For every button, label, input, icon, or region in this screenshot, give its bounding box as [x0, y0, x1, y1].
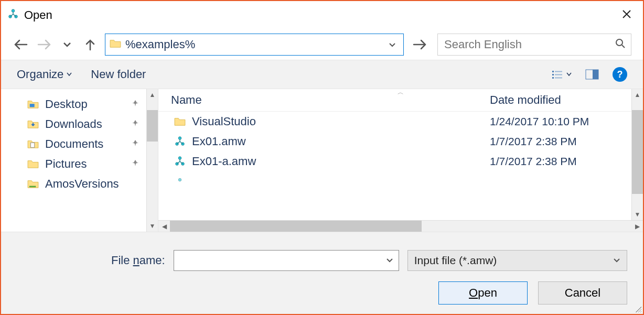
- file-name: Ex01.amw: [192, 135, 490, 148]
- sidebar-item-pictures[interactable]: Pictures: [27, 154, 146, 174]
- scroll-right-icon[interactable]: ▶: [631, 223, 643, 230]
- sidebar-item-amosversions[interactable]: AmosVersions: [27, 174, 146, 194]
- folder-icon: [110, 39, 121, 50]
- view-button[interactable]: [552, 70, 572, 79]
- scroll-up-icon[interactable]: ▲: [147, 89, 158, 101]
- file-name: VisualStudio: [192, 115, 490, 128]
- navbar: %examples%: [1, 29, 643, 60]
- file-name-label: File name:: [111, 254, 165, 267]
- dialog-title: Open: [24, 8, 52, 22]
- file-row[interactable]: Ex01.amw 1/7/2017 2:38 PM: [158, 132, 631, 151]
- file-name-combo[interactable]: [174, 250, 399, 271]
- svg-rect-14: [29, 186, 36, 188]
- scroll-thumb[interactable]: [170, 221, 422, 232]
- file-date: 1/24/2017 10:10 PM: [490, 115, 631, 128]
- chevron-down-icon[interactable]: [613, 256, 620, 265]
- column-name[interactable]: Name: [171, 93, 490, 107]
- scroll-thumb[interactable]: [632, 110, 643, 194]
- column-date[interactable]: Date modified: [490, 93, 631, 107]
- toolbar: Organize New folder ?: [1, 60, 643, 89]
- svg-point-15: [178, 137, 181, 140]
- recent-locations-button[interactable]: [59, 36, 76, 53]
- amw-file-icon: [171, 156, 189, 167]
- filelist-v-scrollbar[interactable]: ▲ ▼: [631, 89, 643, 220]
- sidebar-scrollbar[interactable]: ▲ ▼: [146, 89, 158, 232]
- folder-icon: [27, 120, 39, 129]
- search-input[interactable]: [443, 37, 615, 52]
- address-dropdown-icon[interactable]: [385, 39, 399, 50]
- cancel-button[interactable]: Cancel: [538, 281, 627, 305]
- sidebar-item-documents[interactable]: Documents: [27, 134, 146, 154]
- content-area: Desktop Downloads Documents: [1, 89, 643, 232]
- file-row[interactable]: [158, 171, 631, 189]
- scroll-down-icon[interactable]: ▼: [147, 220, 158, 232]
- folder-icon: [27, 179, 39, 189]
- svg-rect-9: [555, 78, 562, 79]
- svg-rect-6: [552, 77, 554, 79]
- filelist-h-scrollbar[interactable]: ◀ ▶: [158, 220, 643, 232]
- search-box[interactable]: [437, 34, 631, 56]
- amw-file-icon: [171, 136, 189, 147]
- organize-button[interactable]: Organize: [17, 68, 72, 81]
- app-icon: [7, 8, 19, 22]
- svg-rect-4: [552, 71, 554, 72]
- address-bar[interactable]: %examples%: [105, 34, 404, 56]
- refresh-button[interactable]: [410, 35, 429, 54]
- file-row[interactable]: Ex01-a.amw 1/7/2017 2:38 PM: [158, 151, 631, 171]
- svg-point-0: [12, 9, 15, 13]
- sidebar-item-desktop[interactable]: Desktop: [27, 94, 146, 114]
- pin-icon[interactable]: [132, 139, 139, 149]
- bottom-panel: File name: Input file (*.amw) Open Cance…: [1, 232, 643, 314]
- file-name: Ex01-a.amw: [192, 155, 490, 168]
- search-icon[interactable]: [615, 38, 626, 51]
- sidebar-item-label: Pictures: [45, 157, 87, 171]
- scroll-up-icon[interactable]: ▲: [632, 89, 643, 101]
- help-button[interactable]: ?: [613, 67, 627, 82]
- svg-rect-13: [31, 143, 35, 147]
- new-folder-button[interactable]: New folder: [91, 68, 146, 81]
- preview-pane-button[interactable]: [585, 69, 599, 80]
- sidebar-item-downloads[interactable]: Downloads: [27, 114, 146, 134]
- svg-rect-12: [30, 104, 35, 107]
- file-date: 1/7/2017 2:38 PM: [490, 155, 631, 168]
- forward-button[interactable]: [36, 36, 52, 53]
- organize-label: Organize: [17, 68, 63, 81]
- scroll-down-icon[interactable]: ▼: [632, 209, 643, 220]
- filter-label: Input file (*.amw): [414, 254, 497, 267]
- file-row[interactable]: VisualStudio 1/24/2017 10:10 PM: [158, 112, 631, 132]
- collapse-caret-icon[interactable]: ︿: [398, 89, 404, 97]
- sidebar-item-label: AmosVersions: [45, 177, 119, 191]
- file-name-input[interactable]: [179, 254, 386, 267]
- titlebar: Open: [1, 1, 643, 29]
- back-button[interactable]: [13, 36, 29, 53]
- open-button[interactable]: Open: [438, 281, 528, 305]
- address-text: %examples%: [125, 38, 385, 51]
- sidebar-item-label: Documents: [45, 137, 103, 151]
- scroll-thumb[interactable]: [147, 110, 158, 142]
- svg-rect-8: [555, 74, 562, 75]
- resize-grip[interactable]: [634, 305, 641, 312]
- sidebar-item-label: Downloads: [45, 117, 102, 131]
- folder-icon: [27, 139, 39, 149]
- folder-icon: [27, 159, 39, 169]
- file-pane: ︿ Name Date modified VisualStudio 1/24/2…: [158, 89, 643, 232]
- pin-icon[interactable]: [132, 120, 139, 129]
- open-dialog: Open %examples%: [0, 0, 644, 315]
- up-button[interactable]: [82, 36, 99, 53]
- svg-point-3: [616, 39, 622, 46]
- file-date: 1/7/2017 2:38 PM: [490, 135, 631, 148]
- scroll-left-icon[interactable]: ◀: [158, 223, 170, 230]
- close-button[interactable]: [617, 5, 637, 25]
- sidebar: Desktop Downloads Documents: [1, 89, 158, 232]
- pin-icon[interactable]: [132, 159, 139, 169]
- svg-rect-7: [555, 71, 562, 72]
- pin-icon[interactable]: [132, 100, 139, 109]
- file-type-filter[interactable]: Input file (*.amw): [407, 250, 627, 271]
- chevron-down-icon[interactable]: [386, 256, 393, 265]
- svg-point-21: [178, 178, 181, 181]
- svg-rect-11: [593, 70, 598, 79]
- new-folder-label: New folder: [91, 68, 146, 81]
- folder-icon: [27, 100, 39, 109]
- amw-file-icon: [171, 175, 189, 186]
- svg-point-18: [178, 157, 181, 160]
